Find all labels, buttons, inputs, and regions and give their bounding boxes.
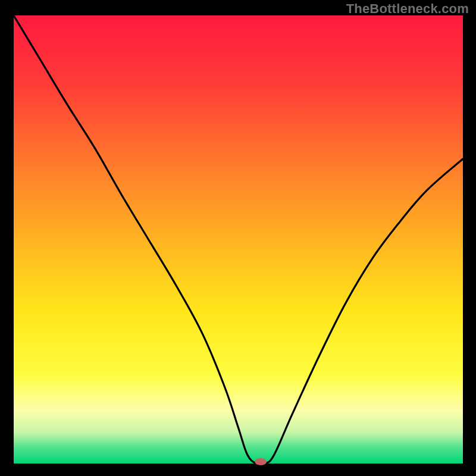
chart-container: TheBottleneck.com	[0, 0, 476, 476]
plot-background	[14, 15, 463, 464]
bottleneck-chart	[0, 0, 476, 476]
watermark-text: TheBottleneck.com	[346, 1, 469, 17]
optimal-marker	[255, 458, 267, 465]
